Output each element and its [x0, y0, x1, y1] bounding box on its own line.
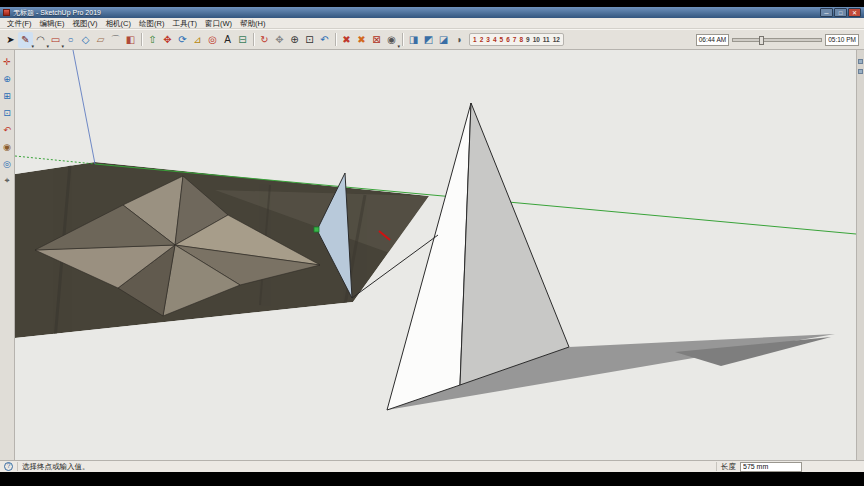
- pushpull-tool[interactable]: ⇧: [145, 32, 160, 48]
- pan-tool[interactable]: ✥: [272, 32, 287, 48]
- close-button[interactable]: ✕: [848, 8, 861, 17]
- text-tool[interactable]: A: [220, 32, 235, 48]
- left-toolbar: ✛ ⊕ ⊞ ⊡ ↶ ◉ ◎ ⌖: [0, 50, 15, 460]
- view-top-icon[interactable]: ◪: [436, 32, 451, 48]
- toolbar-group-edit: ⇧ ✥ ⟳ ⊿ ◎ A ⊟: [145, 32, 250, 48]
- tool-glyph: ✖: [342, 35, 350, 45]
- window-button-glyph: ─: [824, 10, 828, 16]
- scene-tab-10[interactable]: 10: [532, 34, 541, 45]
- tool-glyph: ▭: [51, 35, 60, 45]
- dropdown-caret-icon[interactable]: ▾: [397, 44, 400, 49]
- toolbar-separator: [335, 33, 336, 46]
- hide-geometry-icon[interactable]: ✖: [354, 32, 369, 48]
- zoom-extents-tool-left[interactable]: ⊡: [1, 106, 14, 119]
- previous-view-tool-left[interactable]: ↶: [1, 123, 14, 136]
- zoom-extents-tool[interactable]: ⊡: [302, 32, 317, 48]
- zoom-tool-left[interactable]: ⊕: [1, 72, 14, 85]
- shadow-time-slider[interactable]: [732, 38, 822, 42]
- main-area: ✛ ⊕ ⊞ ⊡ ↶ ◉ ◎ ⌖: [0, 50, 864, 460]
- polygon-tool[interactable]: ◇: [78, 32, 93, 48]
- arc-tool[interactable]: ◠▾: [33, 32, 48, 48]
- scene-tab-4[interactable]: 4: [492, 34, 498, 45]
- scene-tab-12[interactable]: 12: [552, 34, 561, 45]
- shadow-slider-thumb[interactable]: [759, 36, 764, 45]
- menu-edit[interactable]: 编辑(E): [36, 18, 69, 29]
- drawing-canvas[interactable]: [15, 50, 856, 460]
- scale-tool[interactable]: ⊿: [190, 32, 205, 48]
- menu-file[interactable]: 文件(F): [3, 18, 36, 29]
- rotate-tool[interactable]: ⟳: [175, 32, 190, 48]
- tool-glyph: ◨: [409, 35, 418, 45]
- match-photo-icon[interactable]: ⊠: [369, 32, 384, 48]
- zoom-window-tool[interactable]: ⊞: [1, 89, 14, 102]
- tool-glyph: ⊡: [305, 35, 313, 45]
- shadow-end-time[interactable]: 05:10 PM: [825, 34, 859, 46]
- line-tool[interactable]: ✎▾: [18, 32, 33, 48]
- scene-tab-5[interactable]: 5: [499, 34, 505, 45]
- toolbar-separator: [141, 33, 142, 46]
- eraser-tool[interactable]: ▱: [93, 32, 108, 48]
- tray-toggle-2[interactable]: [858, 69, 863, 74]
- help-icon[interactable]: ?: [4, 462, 13, 471]
- view-front-icon[interactable]: ◨: [406, 32, 421, 48]
- measurement-input[interactable]: [740, 462, 802, 472]
- tool-glyph: A: [224, 35, 231, 45]
- menu-draw[interactable]: 绘图(R): [135, 18, 168, 29]
- tool-glyph: ◑: [455, 35, 461, 45]
- walk-tool[interactable]: ⌖: [1, 174, 14, 187]
- axes-tool[interactable]: ✛: [1, 55, 14, 68]
- previous-view-tool[interactable]: ↶: [317, 32, 332, 48]
- scene-tab-1[interactable]: 1: [472, 34, 478, 45]
- toolbar-separator: [253, 33, 254, 46]
- offset-tool[interactable]: ◎: [205, 32, 220, 48]
- scene-tab-9[interactable]: 9: [525, 34, 531, 45]
- select-tool[interactable]: ➤: [3, 32, 18, 48]
- shadow-start-time[interactable]: 06:44 AM: [696, 34, 729, 46]
- tool-glyph: ⌒: [111, 35, 121, 45]
- orbit-tool[interactable]: ↻: [257, 32, 272, 48]
- scene-tab-11[interactable]: 11: [542, 34, 551, 45]
- scene-tab-7[interactable]: 7: [512, 34, 518, 45]
- delete-guides-icon[interactable]: ✖: [339, 32, 354, 48]
- position-camera-tool[interactable]: ◉: [1, 140, 14, 153]
- title-bar[interactable]: 无标题 - SketchUp Pro 2019 ─ □ ✕: [0, 7, 864, 18]
- tool-glyph: ▱: [97, 35, 105, 45]
- look-around-tool[interactable]: ◎: [1, 157, 14, 170]
- menu-help[interactable]: 帮助(H): [236, 18, 269, 29]
- tool-glyph: ⟳: [178, 35, 186, 45]
- add-location-icon[interactable]: ◉▾: [384, 32, 399, 48]
- menu-view[interactable]: 视图(V): [69, 18, 102, 29]
- toolbar-group-camera: ↻ ✥ ⊕ ⊡ ↶: [257, 32, 332, 48]
- menu-camera[interactable]: 相机(C): [102, 18, 135, 29]
- paint-bucket-tool[interactable]: ◧: [123, 32, 138, 48]
- letterbox-top: [0, 0, 864, 7]
- tray-toggle-1[interactable]: [858, 59, 863, 64]
- toolbar-group-views: ◨ ◩ ◪ ◑: [406, 32, 466, 48]
- panel-tray-edge[interactable]: [856, 50, 864, 460]
- pyramid-right-face: [460, 103, 569, 385]
- rectangle-tool[interactable]: ▭▾: [48, 32, 63, 48]
- minimize-button[interactable]: ─: [820, 8, 833, 17]
- menu-tools[interactable]: 工具(T): [168, 18, 201, 29]
- scene-tab-3[interactable]: 3: [485, 34, 491, 45]
- scene-tab-2[interactable]: 2: [479, 34, 485, 45]
- window-controls: ─ □ ✕: [820, 8, 861, 17]
- scene-tab-8[interactable]: 8: [518, 34, 524, 45]
- window-button-glyph: □: [839, 10, 843, 16]
- tool-glyph: ◧: [126, 35, 135, 45]
- maximize-button[interactable]: □: [834, 8, 847, 17]
- pyramid-left-face: [387, 103, 471, 410]
- scene-tab-6[interactable]: 6: [505, 34, 511, 45]
- tape-measure-tool[interactable]: ⌒: [108, 32, 123, 48]
- view-iso-icon[interactable]: ◩: [421, 32, 436, 48]
- tool-glyph: ⊟: [238, 35, 246, 45]
- menu-window[interactable]: 窗口(W): [201, 18, 236, 29]
- tool-glyph: ⊠: [372, 35, 380, 45]
- move-tool[interactable]: ✥: [160, 32, 175, 48]
- zoom-tool[interactable]: ⊕: [287, 32, 302, 48]
- circle-tool[interactable]: ○: [63, 32, 78, 48]
- section-plane-tool[interactable]: ⊟: [235, 32, 250, 48]
- tool-glyph: ◠: [36, 35, 45, 45]
- shadows-toggle-icon[interactable]: ◑: [451, 32, 466, 48]
- toolbar-separator: [402, 33, 403, 46]
